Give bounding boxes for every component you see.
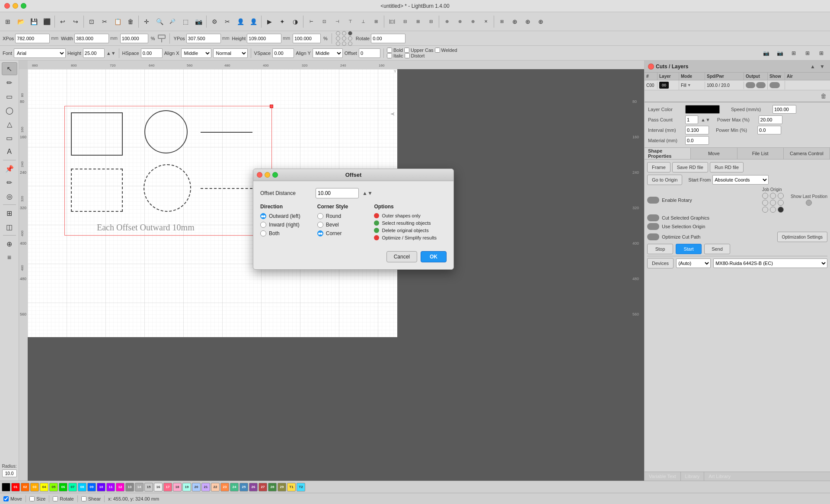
tb-save[interactable]: 💾 <box>28 15 40 29</box>
swatch-12[interactable]: 12 <box>116 483 124 491</box>
height-input[interactable] <box>247 34 281 43</box>
italic-check[interactable] <box>387 53 392 58</box>
ls-speed-input[interactable] <box>773 105 796 114</box>
bold-check[interactable] <box>387 48 392 53</box>
devices-btn[interactable]: Devices <box>647 258 674 268</box>
pct1-input[interactable] <box>120 34 148 43</box>
camera-btn5[interactable]: ⊞ <box>815 48 827 59</box>
tb-align4[interactable]: ⊤ <box>344 15 356 29</box>
welded-check[interactable] <box>435 48 440 53</box>
run-rd-btn[interactable]: Run RD file <box>710 162 744 172</box>
tb-undo[interactable]: ↩ <box>57 15 69 29</box>
tb-ungroup[interactable]: ⊟ <box>425 15 437 29</box>
radius-input[interactable] <box>2 469 17 477</box>
tool-split[interactable]: ◫ <box>2 220 17 233</box>
opt-optimize-simplify[interactable]: Optimize / Simplify results <box>374 235 447 240</box>
swatch-19[interactable]: 19 <box>182 483 191 491</box>
go-origin-btn[interactable]: Go to Origin <box>647 175 682 185</box>
swatch-15[interactable]: 15 <box>144 483 153 491</box>
cuts-layers-close[interactable]: × <box>648 64 654 70</box>
tb-more2[interactable]: ⊗ <box>454 15 466 29</box>
offset-distance-spinner[interactable]: ▲▼ <box>362 190 373 196</box>
delete-layer-btn[interactable]: 🗑 <box>818 92 829 100</box>
tb-align6[interactable]: ⊞ <box>370 15 382 29</box>
pct2-input[interactable] <box>293 34 321 43</box>
tb-settings[interactable]: ⚙ <box>208 15 220 29</box>
tool-draw[interactable]: ✏ <box>2 76 17 89</box>
camera-btn3[interactable]: ⊞ <box>788 48 800 59</box>
origin-tl[interactable] <box>762 193 768 199</box>
tb-redo[interactable]: ↪ <box>70 15 82 29</box>
offset-input[interactable] <box>359 48 380 58</box>
tb-new[interactable]: ⊞ <box>2 15 14 29</box>
minimize-button[interactable] <box>13 3 18 9</box>
upper-cas-check[interactable] <box>404 48 409 53</box>
tb-plus1[interactable]: ⊕ <box>509 15 521 29</box>
show-toggle[interactable] <box>769 82 780 88</box>
swatch-20[interactable]: 20 <box>192 483 201 491</box>
swatch-16[interactable]: 16 <box>154 483 163 491</box>
close-button[interactable] <box>4 3 10 9</box>
tab-move[interactable]: Move <box>691 148 737 159</box>
shape-rect-solid[interactable] <box>71 112 123 156</box>
tool-select[interactable]: ↖ <box>2 62 17 75</box>
tb-tool2[interactable]: 👤 <box>234 15 246 29</box>
swatch-10[interactable]: 10 <box>97 483 105 491</box>
tab-camera-control[interactable]: Camera Control <box>784 148 830 159</box>
tb-export[interactable]: ⬛ <box>41 15 53 29</box>
swatch-13[interactable]: 13 <box>125 483 134 491</box>
swatch-01[interactable]: 01 <box>11 483 20 491</box>
tb-distribute2[interactable]: ⊟ <box>399 15 411 29</box>
shape-circle-dashed[interactable] <box>144 164 191 212</box>
tool-list[interactable]: ≡ <box>2 251 17 264</box>
align-x-select[interactable]: Middle <box>181 48 211 58</box>
cancel-btn[interactable]: Cancel <box>386 251 417 262</box>
tool-pin[interactable]: 📌 <box>2 162 17 175</box>
tb-zoom-in[interactable]: 🔍 <box>153 15 166 29</box>
tool-rect2[interactable]: ▭ <box>2 131 17 144</box>
tb-select-area[interactable]: ⬚ <box>179 15 192 29</box>
height-input[interactable] <box>83 48 105 58</box>
tb-plus3[interactable]: ⊕ <box>535 15 547 29</box>
distort-check[interactable] <box>405 53 410 58</box>
shape-line-dashed[interactable] <box>201 188 252 189</box>
tb-node1[interactable]: ✦ <box>276 15 288 29</box>
tb-zoom-out[interactable]: 🔎 <box>166 15 179 29</box>
tb-snap[interactable]: ⊞ <box>496 15 508 29</box>
origin-ml[interactable] <box>762 200 768 206</box>
tb-delete[interactable]: 🗑 <box>124 15 137 29</box>
tb-paste-in-place[interactable]: ⊡ <box>86 15 98 29</box>
cut-selected-toggle[interactable] <box>647 214 659 221</box>
tb-play[interactable]: ▶ <box>263 15 275 29</box>
dialog-close-btn[interactable] <box>257 172 262 178</box>
camera-btn2[interactable]: 📷 <box>774 48 786 59</box>
tb-more1[interactable]: ⊕ <box>441 15 453 29</box>
swatch-17[interactable]: 17 <box>163 483 172 491</box>
handle-tr[interactable] <box>270 105 273 108</box>
origin-br[interactable] <box>778 207 784 213</box>
opt-select-resulting[interactable]: Select resulting objects <box>374 220 447 226</box>
tool-poly[interactable]: △ <box>2 118 17 131</box>
align-y-select[interactable]: Middle <box>313 48 343 58</box>
tb-align5[interactable]: ⊥ <box>357 15 369 29</box>
vspace-input[interactable] <box>272 48 294 58</box>
camera-btn4[interactable]: ⊞ <box>801 48 814 59</box>
ls-interval-input[interactable] <box>685 126 709 134</box>
tb-node2[interactable]: ◑ <box>289 15 301 29</box>
swatch-T2[interactable]: T2 <box>297 483 305 491</box>
swatch-25[interactable]: 25 <box>239 483 248 491</box>
swatch-11[interactable]: 11 <box>106 483 115 491</box>
optimize-cut-toggle[interactable] <box>647 233 659 240</box>
origin-tc[interactable] <box>770 193 776 199</box>
swatch-09[interactable]: 09 <box>87 483 96 491</box>
ls-material-input[interactable] <box>685 136 709 145</box>
width-input[interactable] <box>74 34 109 43</box>
camera-btn1[interactable]: 📷 <box>760 48 772 59</box>
start-from-select[interactable]: Absolute Coords <box>712 175 769 185</box>
ls-power-min-input[interactable] <box>757 126 781 134</box>
tb-tool3[interactable]: 👤 <box>247 15 259 29</box>
corner-round[interactable]: Round <box>317 213 366 219</box>
shape-circle-solid[interactable] <box>144 110 188 153</box>
output-toggle2[interactable] <box>756 82 766 88</box>
enable-rotary-toggle[interactable] <box>647 197 659 204</box>
